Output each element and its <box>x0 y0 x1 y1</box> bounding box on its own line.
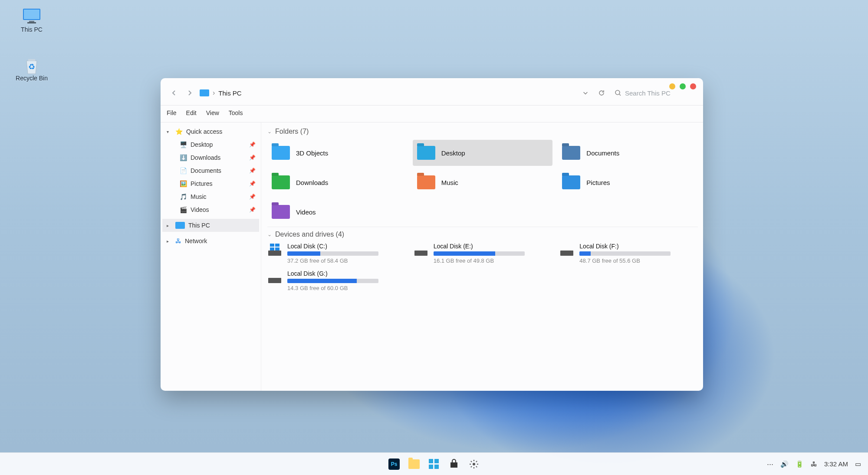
folder-icon <box>562 175 580 189</box>
battery-icon[interactable]: 🔋 <box>796 460 804 468</box>
sidebar-item-label: Videos <box>191 206 209 213</box>
this-pc-icon <box>200 89 209 96</box>
network-icon[interactable]: 🖧 <box>811 460 817 468</box>
drive-icon <box>559 243 574 256</box>
drive-label: Local Disk (F:) <box>579 243 698 250</box>
svg-rect-1 <box>24 10 39 19</box>
desktop-icon-recycle-bin[interactable]: ♻ Recycle Bin <box>12 56 51 82</box>
svg-point-5 <box>615 90 620 95</box>
folder-desktop[interactable]: Desktop <box>413 140 553 166</box>
action-center-icon[interactable]: ▭ <box>855 460 861 468</box>
chevron-down-icon: ⌄ <box>267 231 272 238</box>
folder-label: Downloads <box>296 179 328 186</box>
folder-icon <box>562 146 580 160</box>
drive-free-text: 37.2 GB free of 58.4 GB <box>287 257 406 264</box>
network-icon: 🖧 <box>175 238 181 244</box>
folder-music[interactable]: Music <box>413 169 553 195</box>
folder-icon <box>417 146 435 160</box>
svg-rect-7 <box>275 244 279 247</box>
drives-section-header[interactable]: ⌄ Devices and drives (4) <box>267 231 698 238</box>
svg-rect-12 <box>429 465 433 469</box>
tray-more[interactable]: ⋯ <box>767 460 773 468</box>
volume-icon[interactable]: 🔊 <box>780 460 789 468</box>
folder-3d-objects[interactable]: 3D Objects <box>267 140 408 166</box>
sidebar-item-label: Pictures <box>191 180 213 187</box>
drive-icon <box>414 243 428 256</box>
drive-label: Local Disk (C:) <box>287 243 406 250</box>
folder-icon <box>417 175 435 189</box>
svg-text:♻: ♻ <box>28 63 35 71</box>
taskbar-store-button[interactable] <box>448 458 460 470</box>
taskbar-start-button[interactable] <box>428 458 440 470</box>
music-icon: 🎵 <box>180 193 187 200</box>
folders-section-header[interactable]: ⌄ Folders (7) <box>267 128 698 135</box>
folder-label: Videos <box>296 208 316 216</box>
menu-tools[interactable]: Tools <box>229 109 243 116</box>
drive-icon <box>267 270 282 283</box>
folder-videos[interactable]: Videos <box>267 199 408 225</box>
maximize-button[interactable] <box>680 83 686 89</box>
desktop-icon-this-pc[interactable]: This PC <box>12 7 51 33</box>
recycle-bin-icon: ♻ <box>21 56 42 73</box>
sidebar-item-quick-access[interactable]: ▾ ⭐ Quick access <box>162 125 259 138</box>
this-pc-icon <box>175 222 185 229</box>
drive-localdiskc[interactable]: Local Disk (C:) 37.2 GB free of 58.4 GB <box>267 243 406 264</box>
sidebar-item-downloads[interactable]: ⬇️ Downloads 📌 <box>162 151 259 164</box>
pin-icon: 📌 <box>249 207 256 213</box>
nav-forward-button[interactable] <box>184 87 195 99</box>
menu-edit[interactable]: Edit <box>186 109 197 116</box>
svg-rect-8 <box>270 247 274 251</box>
desktop-icon: 🖥️ <box>180 141 187 148</box>
tray-clock[interactable]: 3:32 AM <box>824 460 848 468</box>
folder-pictures[interactable]: Pictures <box>558 169 698 195</box>
folder-icon <box>272 175 290 189</box>
folder-downloads[interactable]: Downloads <box>267 169 408 195</box>
sidebar-item-label: Network <box>185 238 207 244</box>
search-icon <box>615 89 621 96</box>
taskbar-explorer-button[interactable] <box>408 458 420 470</box>
drive-icon <box>267 243 282 256</box>
sidebar-item-this-pc[interactable]: ▸ This PC <box>162 219 259 232</box>
sidebar-item-videos[interactable]: 🎬 Videos 📌 <box>162 203 259 216</box>
sidebar-item-desktop[interactable]: 🖥️ Desktop 📌 <box>162 138 259 151</box>
content-pane: ⌄ Folders (7) 3D Objects Desktop Documen… <box>261 122 703 391</box>
refresh-icon[interactable] <box>598 89 605 96</box>
svg-rect-13 <box>434 465 439 469</box>
menu-view[interactable]: View <box>206 109 219 116</box>
taskbar-settings-button[interactable] <box>468 458 480 470</box>
chevron-down-icon[interactable] <box>582 90 589 96</box>
caret-right-icon: ▸ <box>167 239 172 244</box>
sidebar-item-music[interactable]: 🎵 Music 📌 <box>162 190 259 203</box>
sidebar-item-documents[interactable]: 📄 Documents 📌 <box>162 164 259 177</box>
sidebar-item-network[interactable]: ▸ 🖧 Network <box>162 234 259 247</box>
drive-localdiske[interactable]: Local Disk (E:) 16.1 GB free of 49.8 GB <box>414 243 552 264</box>
folder-documents[interactable]: Documents <box>558 140 698 166</box>
minimize-button[interactable] <box>669 83 675 89</box>
folder-icon <box>272 146 290 160</box>
drive-label: Local Disk (G:) <box>287 270 406 277</box>
pin-icon: 📌 <box>249 155 256 161</box>
taskbar-photoshop-button[interactable]: Ps <box>388 458 400 470</box>
sidebar-item-label: Downloads <box>191 154 220 161</box>
chevron-down-icon: ⌄ <box>267 129 272 135</box>
pin-icon: 📌 <box>249 142 256 148</box>
pin-icon: 📌 <box>249 181 256 187</box>
folder-label: 3D Objects <box>296 149 328 157</box>
folder-label: Desktop <box>441 149 465 157</box>
sidebar-item-pictures[interactable]: 🖼️ Pictures 📌 <box>162 177 259 190</box>
drive-usage-bar <box>287 251 378 256</box>
section-title: Devices and drives (4) <box>275 231 344 238</box>
desktop[interactable]: This PC ♻ Recycle Bin › This PC <box>0 0 868 475</box>
drive-localdiskg[interactable]: Local Disk (G:) 14.3 GB free of 60.0 GB <box>267 270 406 291</box>
pin-icon: 📌 <box>249 168 256 174</box>
drive-localdiskf[interactable]: Local Disk (F:) 48.7 GB free of 55.6 GB <box>559 243 698 264</box>
sidebar-item-label: This PC <box>188 222 210 229</box>
menu-file[interactable]: File <box>167 109 177 116</box>
search-input[interactable]: Search This PC <box>615 89 693 97</box>
address-path[interactable]: › This PC <box>200 89 578 97</box>
breadcrumb-separator: › <box>213 89 215 97</box>
pictures-icon: 🖼️ <box>180 180 187 187</box>
nav-back-button[interactable] <box>168 87 180 99</box>
close-button[interactable] <box>690 83 696 89</box>
star-icon: ⭐ <box>175 128 183 135</box>
